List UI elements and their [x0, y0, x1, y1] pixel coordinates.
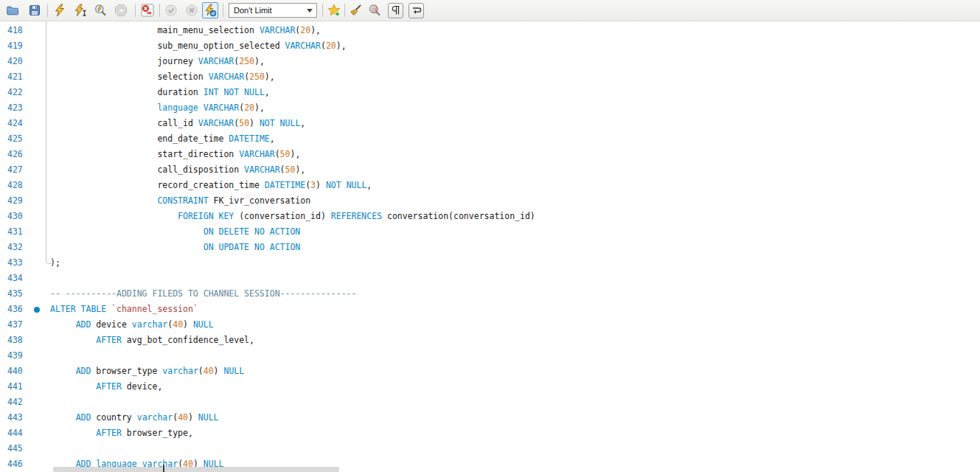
line-number: 424: [0, 116, 38, 131]
code-lines: 418 main_menu_selection VARCHAR(20),419 …: [0, 23, 980, 472]
code-text: ADD device varchar(40) NULL: [38, 317, 980, 333]
code-text: CONSTRAINT FK_ivr_conversation: [38, 193, 980, 209]
stop-on-error-icon[interactable]: [140, 3, 155, 18]
line-number: 429: [0, 193, 38, 209]
code-text: FOREIGN KEY (conversation_id) REFERENCES…: [38, 209, 980, 224]
line-number: 446: [0, 457, 38, 472]
chevron-down-icon: [307, 9, 313, 13]
stop-icon: [114, 4, 128, 17]
wrap-arrow-icon: [411, 5, 422, 15]
code-line[interactable]: 445: [0, 441, 980, 457]
code-text: end_date_time DATETIME,: [38, 131, 980, 147]
sql-code-editor[interactable]: 418 main_menu_selection VARCHAR(20),419 …: [0, 21, 980, 472]
line-number: 444: [0, 426, 38, 441]
code-line[interactable]: 425 end_date_time DATETIME,: [0, 131, 980, 147]
code-line[interactable]: 421 selection VARCHAR(250),: [0, 69, 980, 85]
code-line[interactable]: 426 start_direction VARCHAR(50),: [0, 147, 980, 162]
code-line[interactable]: 418 main_menu_selection VARCHAR(20),: [0, 23, 980, 38]
line-number: 436: [0, 302, 38, 317]
code-line[interactable]: 420 journey VARCHAR(250),: [0, 54, 980, 69]
code-line[interactable]: 440 ADD browser_type varchar(40) NULL: [0, 364, 980, 379]
code-text: selection VARCHAR(250),: [38, 69, 980, 85]
line-number: 423: [0, 100, 38, 116]
code-text: AFTER avg_bot_confidence_level,: [38, 333, 980, 348]
code-line[interactable]: 432 ON UPDATE NO ACTION: [0, 240, 980, 255]
code-text: AFTER device,: [38, 379, 980, 395]
save-snippet-icon[interactable]: [327, 4, 341, 17]
code-text: main_menu_selection VARCHAR(20),: [38, 23, 980, 38]
line-number: 442: [0, 395, 38, 410]
pilcrow-icon: [391, 5, 401, 15]
explain-icon[interactable]: [94, 4, 107, 17]
line-number: 437: [0, 317, 38, 333]
code-text: ON UPDATE NO ACTION: [38, 240, 980, 255]
find-icon[interactable]: @: [368, 4, 381, 17]
autocommit-toggle[interactable]: [202, 2, 218, 18]
code-line[interactable]: 424 call_id VARCHAR(50) NOT NULL,: [0, 116, 980, 131]
code-line[interactable]: 427 call_disposition VARCHAR(50),: [0, 162, 980, 178]
line-number: 421: [0, 69, 38, 85]
code-line[interactable]: 422 duration INT NOT NULL,: [0, 85, 980, 100]
toolbar-separator: [47, 4, 48, 17]
rollback-icon: [185, 4, 198, 17]
code-line[interactable]: 444 AFTER browser_type,: [0, 426, 980, 441]
line-number: 428: [0, 178, 38, 193]
code-line[interactable]: 442: [0, 395, 980, 410]
code-line[interactable]: 419 sub_menu_option_selected VARCHAR(20)…: [0, 38, 980, 54]
code-line[interactable]: 436ALTER TABLE `channel_session`: [0, 302, 980, 317]
line-number: 418: [0, 23, 38, 38]
commit-icon: [164, 4, 178, 17]
execute-icon[interactable]: [53, 4, 66, 17]
code-line[interactable]: 435-- ----------ADDING FILEDS TO CHANNEL…: [0, 286, 980, 302]
code-line[interactable]: 433);: [0, 255, 980, 271]
code-line[interactable]: 439: [0, 348, 980, 364]
code-line[interactable]: 431 ON DELETE NO ACTION: [0, 224, 980, 240]
code-text: language VARCHAR(20),: [38, 100, 980, 116]
line-number: 433: [0, 255, 38, 271]
code-text: sub_menu_option_selected VARCHAR(20),: [38, 38, 980, 54]
toolbar-separator: [344, 4, 345, 17]
code-line[interactable]: 443 ADD country varchar(40) NULL: [0, 410, 980, 426]
code-text: duration INT NOT NULL,: [38, 85, 980, 100]
limit-rows-dropdown[interactable]: Don't Limit: [229, 3, 317, 18]
execute-current-icon[interactable]: [74, 4, 87, 17]
code-line[interactable]: 438 AFTER avg_bot_confidence_level,: [0, 333, 980, 348]
code-text: );: [38, 255, 980, 271]
code-text: journey VARCHAR(250),: [38, 54, 980, 69]
word-wrap-button[interactable]: [409, 3, 424, 18]
code-text: ALTER TABLE `channel_session`: [38, 302, 980, 317]
line-number: 438: [0, 333, 38, 348]
toolbar-separator: [322, 4, 323, 17]
line-number: 435: [0, 286, 38, 302]
code-line[interactable]: 429 CONSTRAINT FK_ivr_conversation: [0, 193, 980, 209]
line-number: 440: [0, 364, 38, 379]
line-number: 427: [0, 162, 38, 178]
line-number: 443: [0, 410, 38, 426]
line-number: 422: [0, 85, 38, 100]
open-script-icon[interactable]: [6, 4, 19, 17]
line-number: 426: [0, 147, 38, 162]
code-text: ADD country varchar(40) NULL: [38, 410, 980, 426]
partial-selection: [53, 467, 339, 472]
code-text: start_direction VARCHAR(50),: [38, 147, 980, 162]
invisible-chars-button[interactable]: [388, 3, 403, 18]
line-number: 432: [0, 240, 38, 255]
autocommit-icon: [204, 4, 217, 17]
line-number: 420: [0, 54, 38, 69]
code-text: call_id VARCHAR(50) NOT NULL,: [38, 116, 980, 131]
code-line[interactable]: 441 AFTER device,: [0, 379, 980, 395]
code-line[interactable]: 423 language VARCHAR(20),: [0, 100, 980, 116]
code-line[interactable]: 428 record_creation_time DATETIME(3) NOT…: [0, 178, 980, 193]
line-number: 441: [0, 379, 38, 395]
save-script-icon[interactable]: [28, 4, 41, 17]
beautify-icon[interactable]: [349, 4, 362, 17]
line-number: 431: [0, 224, 38, 240]
limit-rows-value: Don't Limit: [229, 6, 307, 15]
text-caret: [163, 465, 164, 472]
code-text: -- ----------ADDING FILEDS TO CHANNEL SE…: [38, 286, 980, 302]
code-line[interactable]: 434: [0, 271, 980, 286]
code-line[interactable]: 437 ADD device varchar(40) NULL: [0, 317, 980, 333]
toolbar-separator: [159, 4, 160, 17]
line-number: 445: [0, 441, 38, 457]
code-line[interactable]: 430 FOREIGN KEY (conversation_id) REFERE…: [0, 209, 980, 224]
